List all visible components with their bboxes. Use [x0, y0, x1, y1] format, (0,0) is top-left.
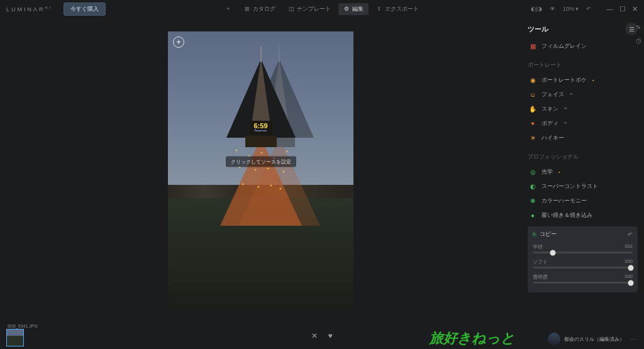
preview-icon[interactable]: 👁 — [550, 6, 555, 12]
filename-label: 8D8_0341.JPG — [8, 324, 38, 328]
soft-slider[interactable] — [533, 267, 633, 269]
radius-slider[interactable] — [533, 252, 633, 253]
zoom-dropdown[interactable]: 10% ▾ — [563, 6, 579, 12]
brush-icon[interactable]: ✎ — [636, 24, 641, 31]
tool-portrait-bokeh[interactable]: ◉ポートレートボケ• — [528, 73, 638, 87]
app-logo: LUMINARAI — [6, 6, 52, 13]
favorite-icon[interactable]: ♥ — [328, 331, 332, 340]
watermark-text: 旅好きねっと — [430, 329, 515, 348]
body-icon: ✦ — [529, 120, 536, 128]
plus-icon: + — [225, 6, 231, 12]
tool-face[interactable]: ☺フェイスᴬᴵ — [528, 87, 638, 102]
tool-film-grain[interactable]: ▦フィルムグレイン — [528, 39, 638, 53]
preset-thumb — [548, 333, 560, 345]
reject-icon[interactable]: ✕ — [311, 331, 318, 340]
contrast-icon: ◐ — [529, 183, 536, 191]
undo-tool-icon[interactable]: ↶ — [628, 231, 633, 238]
compare-icon[interactable]: ◐|◑ — [531, 6, 542, 12]
section-portrait: ポートレート — [528, 61, 638, 69]
undo-icon[interactable]: ↶ — [586, 6, 591, 12]
tool-body[interactable]: ✦ボディᴬᴵ — [528, 116, 638, 131]
opacity-label: 透明度 — [533, 274, 548, 280]
optics-icon: ◎ — [529, 169, 536, 176]
sidebar-title: ツール — [528, 25, 548, 34]
section-professional: プロフェッショナル — [528, 153, 638, 161]
history-icon[interactable]: ◷ — [636, 37, 641, 44]
template-icon: ◫ — [288, 6, 294, 12]
dodgeburn-icon: ● — [529, 212, 536, 219]
hikey-icon: ☀ — [529, 135, 536, 142]
tab-export[interactable]: ⇪エクスポート — [371, 3, 424, 15]
active-tool-name: コピー — [540, 230, 557, 238]
harmony-icon: ❋ — [529, 197, 536, 205]
sliders-icon: ⚙ — [343, 6, 350, 12]
radius-value: 102 — [625, 243, 633, 250]
edited-image[interactable]: + 6:59Panasonic 6:59Panasonic クリックしてソースを… — [168, 31, 353, 309]
tab-catalog[interactable]: ⊞カタログ — [239, 3, 280, 15]
soft-label: ソフト — [533, 258, 548, 265]
face-icon: ☺ — [529, 91, 536, 99]
tool-optics[interactable]: ◎光学• — [528, 165, 638, 179]
skin-icon: ✋ — [529, 106, 536, 113]
export-icon: ⇪ — [376, 6, 382, 12]
canvas-area[interactable]: + 6:59Panasonic 6:59Panasonic クリックしてソースを… — [0, 18, 521, 323]
tool-skin[interactable]: ✋スキンᴬᴵ — [528, 102, 638, 116]
add-button[interactable]: + — [220, 4, 236, 14]
add-point-icon[interactable]: + — [173, 36, 184, 48]
copy-icon: ⎘ — [533, 231, 536, 238]
window-close[interactable]: ✕ — [632, 5, 638, 13]
tool-dodgeburn[interactable]: ●覆い焼き＆焼き込み — [528, 208, 638, 223]
buy-now-button[interactable]: 今すぐ購入 — [64, 3, 106, 16]
tool-hikey[interactable]: ☀ハイキー — [528, 131, 638, 145]
source-hint-overlay[interactable]: クリックしてソースを設定 — [226, 157, 296, 167]
tool-supercontrast[interactable]: ◐スーパーコントラスト — [528, 179, 638, 194]
tools-sidebar: ツール ☰ ▦フィルムグレイン ポートレート ◉ポートレートボケ• ☺フェイスᴬ… — [521, 18, 644, 323]
tool-colorharmony[interactable]: ❋カラーハーモニー — [528, 194, 638, 208]
tab-template[interactable]: ◫テンプレート — [283, 3, 336, 15]
grid-icon: ⊞ — [244, 6, 250, 12]
film-thumbnail[interactable] — [6, 329, 24, 346]
radius-label: 半径 — [533, 243, 543, 250]
window-maximize[interactable]: ☐ — [619, 5, 626, 13]
window-minimize[interactable]: — — [606, 5, 613, 13]
bokeh-icon: ◉ — [529, 77, 536, 84]
opacity-slider[interactable] — [533, 282, 633, 284]
active-tool-panel: ⎘ コピー ↶ 半径102 ソフト100 透明度100 — [528, 226, 638, 292]
filmgrain-icon: ▦ — [529, 43, 536, 50]
tab-edit[interactable]: ⚙編集 — [338, 3, 369, 15]
preset-chip[interactable]: 都会のスリル（編集済み） ⋯ — [548, 333, 636, 345]
preset-more-icon[interactable]: ⋯ — [631, 336, 636, 342]
